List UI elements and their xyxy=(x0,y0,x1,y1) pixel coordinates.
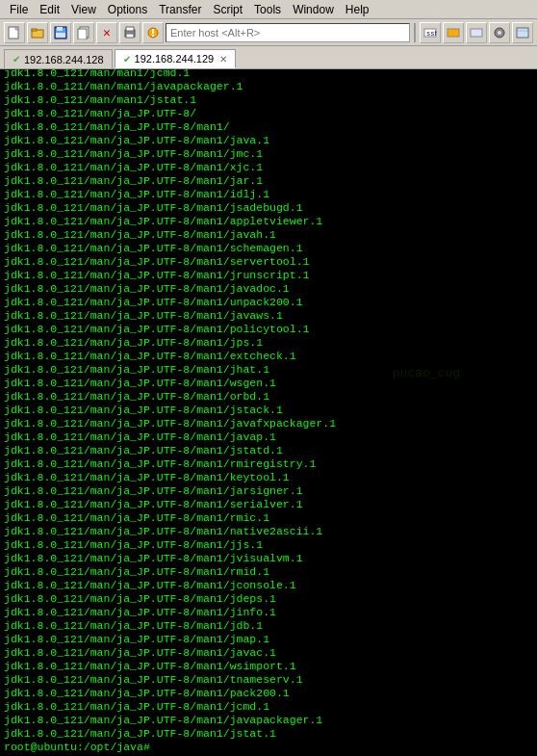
terminal-line: jdk1.8.0_121/man/ja_JP.UTF-8/man1/rmid.1 xyxy=(4,565,533,579)
menu-view[interactable]: View xyxy=(65,2,102,17)
terminal-line: jdk1.8.0_121/man/man1/javapackager.1 xyxy=(4,80,533,93)
menu-tools[interactable]: Tools xyxy=(248,2,287,17)
terminal-line: jdk1.8.0_121/man/ja_JP.UTF-8/man1/idlj.1 xyxy=(4,188,533,201)
svg-rect-3 xyxy=(32,29,37,31)
terminal-line: jdk1.8.0_121/man/ja_JP.UTF-8/man1/jcmd.1 xyxy=(4,700,533,714)
menu-script[interactable]: Script xyxy=(207,2,248,17)
terminal-line: jdk1.8.0_121/man/ja_JP.UTF-8/man1/jrunsc… xyxy=(4,269,533,282)
terminal-line: jdk1.8.0_121/man/ja_JP.UTF-8/man1/jps.1 xyxy=(4,336,533,350)
terminal-line: jdk1.8.0_121/man/ja_JP.UTF-8/man1/jjs.1 xyxy=(4,538,533,552)
terminal-line: jdk1.8.0_121/man/ja_JP.UTF-8/man1/java.1 xyxy=(4,134,533,147)
terminal-line: jdk1.8.0_121/man/ja_JP.UTF-8/man1/extche… xyxy=(4,350,533,363)
tab-1[interactable]: ✔ 192.168.244.129 ✕ xyxy=(115,49,237,68)
btn-log[interactable] xyxy=(142,22,164,43)
terminal-line: jdk1.8.0_121/man/ja_JP.UTF-8/man1/jarsig… xyxy=(4,484,533,498)
svg-rect-13 xyxy=(152,29,154,34)
terminal-line: jdk1.8.0_121/man/ja_JP.UTF-8/man1/jstatd… xyxy=(4,444,533,457)
btn-new[interactable] xyxy=(4,22,25,43)
btn-open[interactable] xyxy=(27,22,48,43)
svg-rect-8 xyxy=(78,29,87,39)
terminal-line: jdk1.8.0_121/man/ja_JP.UTF-8/man1/unpack… xyxy=(4,296,533,309)
terminal-line: jdk1.8.0_121/man/ja_JP.UTF-8/man1/pack20… xyxy=(4,687,533,700)
svg-rect-10 xyxy=(126,27,134,31)
terminal-line: jdk1.8.0_121/man/ja_JP.UTF-8/man1/serial… xyxy=(4,498,533,511)
btn-save[interactable] xyxy=(50,22,71,43)
terminal-line: jdk1.8.0_121/man/ja_JP.UTF-8/man1/jvisua… xyxy=(4,552,533,565)
terminal[interactable]: jdk1.8.0_121/man/man1/tnameserv.1jdk1.8.… xyxy=(0,69,537,756)
save-icon xyxy=(54,26,67,39)
terminal-line: jdk1.8.0_121/man/ja_JP.UTF-8/man1/rmic.1 xyxy=(4,511,533,525)
terminal-line: jdk1.8.0_121/man/ja_JP.UTF-8/man1/jar.1 xyxy=(4,174,533,188)
menubar: File Edit View Options Transfer Script T… xyxy=(0,0,537,19)
terminal-line: jdk1.8.0_121/man/ja_JP.UTF-8/man1/javah.… xyxy=(4,228,533,242)
btn-extra[interactable] xyxy=(512,22,533,43)
sftp-icon xyxy=(447,26,460,39)
print-icon xyxy=(123,26,137,39)
terminal-line: jdk1.8.0_121/man/ja_JP.UTF-8/man1/jdeps.… xyxy=(4,592,533,606)
terminal-line: jdk1.8.0_121/man/ja_JP.UTF-8/man1/native… xyxy=(4,525,533,538)
extra-icon xyxy=(516,26,529,39)
terminal-line: jdk1.8.0_121/man/ja_JP.UTF-8/man1/jsadeb… xyxy=(4,201,533,215)
svg-text:ssh: ssh xyxy=(426,30,437,38)
terminal-line: jdk1.8.0_121/man/ja_JP.UTF-8/man1/javaws… xyxy=(4,309,533,323)
terminal-line: jdk1.8.0_121/man/ja_JP.UTF-8/man1/jstack… xyxy=(4,404,533,417)
btn-ssh[interactable]: ssh xyxy=(420,22,441,43)
terminal-line: jdk1.8.0_121/man/man1/jcmd.1 xyxy=(4,69,533,80)
terminal-line: jdk1.8.0_121/man/ja_JP.UTF-8/man1/keytoo… xyxy=(4,471,533,484)
copy-icon xyxy=(77,26,90,39)
terminal-line: jdk1.8.0_121/man/ja_JP.UTF-8/man1/ xyxy=(4,120,533,134)
tab-0-label: 192.168.244.128 xyxy=(24,54,104,65)
menu-window[interactable]: Window xyxy=(287,2,340,17)
x11-icon xyxy=(470,26,483,39)
terminal-line: jdk1.8.0_121/man/ja_JP.UTF-8/man1/jconso… xyxy=(4,579,533,592)
terminal-line: jdk1.8.0_121/man/ja_JP.UTF-8/man1/jstat.… xyxy=(4,727,533,741)
new-icon xyxy=(8,26,21,39)
svg-point-20 xyxy=(498,31,501,35)
terminal-line: jdk1.8.0_121/man/ja_JP.UTF-8/man1/wsgen.… xyxy=(4,377,533,390)
settings-icon xyxy=(493,26,506,39)
terminal-line: jdk1.8.0_121/man/man1/jstat.1 xyxy=(4,93,533,107)
svg-rect-18 xyxy=(471,29,482,37)
svg-rect-6 xyxy=(56,33,65,38)
tab-1-close-button[interactable]: ✕ xyxy=(219,54,227,65)
host-input[interactable] xyxy=(166,23,410,42)
tabbar: ✔ 192.168.244.128 ✔ 192.168.244.129 ✕ xyxy=(0,46,537,69)
menu-edit[interactable]: Edit xyxy=(34,2,65,17)
tab-0-status-icon: ✔ xyxy=(13,54,20,65)
terminal-line: jdk1.8.0_121/man/ja_JP.UTF-8/man1/javapa… xyxy=(4,714,533,727)
terminal-line: root@ubuntu:/opt/java# xyxy=(4,741,533,754)
svg-rect-14 xyxy=(152,35,154,37)
tab-0[interactable]: ✔ 192.168.244.128 xyxy=(4,49,113,68)
ssh-icon: ssh xyxy=(423,26,437,39)
terminal-line: jdk1.8.0_121/man/ja_JP.UTF-8/man1/server… xyxy=(4,255,533,269)
terminal-line: jdk1.8.0_121/man/ja_JP.UTF-8/man1/jdb.1 xyxy=(4,619,533,633)
btn-copy[interactable] xyxy=(73,22,94,43)
btn-disconnect[interactable]: ✕ xyxy=(96,22,117,43)
terminal-line: jdk1.8.0_121/man/ja_JP.UTF-8/man1/jmc.1 xyxy=(4,147,533,161)
toolbar-sep-1 xyxy=(414,23,416,42)
btn-x11[interactable] xyxy=(466,22,487,43)
terminal-line: jdk1.8.0_121/man/ja_JP.UTF-8/man1/rmireg… xyxy=(4,457,533,471)
menu-options[interactable]: Options xyxy=(102,2,153,17)
svg-rect-11 xyxy=(126,34,134,38)
terminal-line: jdk1.8.0_121/man/ja_JP.UTF-8/man1/javado… xyxy=(4,282,533,296)
btn-print[interactable] xyxy=(119,22,141,43)
svg-rect-17 xyxy=(448,29,459,37)
btn-sftp[interactable] xyxy=(443,22,464,43)
btn-settings[interactable] xyxy=(489,22,510,43)
log-icon xyxy=(146,26,160,39)
terminal-line: jdk1.8.0_121/man/ja_JP.UTF-8/man1/applet… xyxy=(4,215,533,228)
tab-1-label: 192.168.244.129 xyxy=(135,53,215,65)
terminal-line: jdk1.8.0_121/man/ja_JP.UTF-8/man1/jmap.1 xyxy=(4,633,533,646)
terminal-line: jdk1.8.0_121/man/ja_JP.UTF-8/ xyxy=(4,107,533,120)
terminal-line: jdk1.8.0_121/man/ja_JP.UTF-8/man1/xjc.1 xyxy=(4,161,533,174)
menu-transfer[interactable]: Transfer xyxy=(153,2,207,17)
terminal-line: jdk1.8.0_121/man/ja_JP.UTF-8/man1/orbd.1 xyxy=(4,390,533,404)
terminal-line: jdk1.8.0_121/man/ja_JP.UTF-8/man1/policy… xyxy=(4,323,533,336)
terminal-line: jdk1.8.0_121/man/ja_JP.UTF-8/man1/jhat.1 xyxy=(4,363,533,377)
tab-1-status-icon: ✔ xyxy=(123,54,131,65)
menu-help[interactable]: Help xyxy=(340,2,375,17)
menu-file[interactable]: File xyxy=(4,2,34,17)
terminal-line: jdk1.8.0_121/man/ja_JP.UTF-8/man1/javafx… xyxy=(4,417,533,430)
terminal-line: jdk1.8.0_121/man/ja_JP.UTF-8/man1/schema… xyxy=(4,242,533,255)
